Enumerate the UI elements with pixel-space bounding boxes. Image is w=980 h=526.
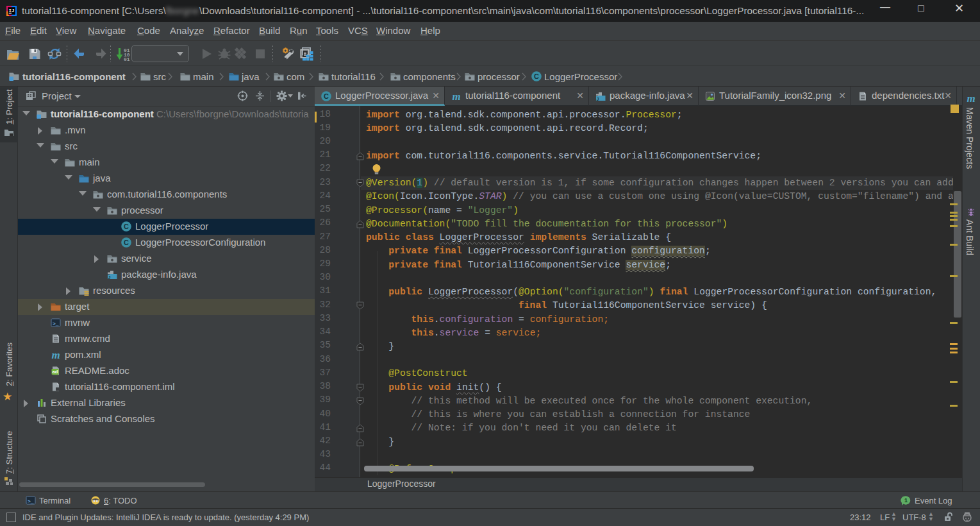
svg-text:J: J	[108, 275, 111, 279]
svg-text:01: 01	[124, 56, 130, 62]
svg-text:C: C	[324, 92, 329, 100]
svg-text:m: m	[51, 350, 60, 360]
svg-text:m: m	[967, 93, 975, 103]
svg-text:C: C	[534, 72, 539, 80]
svg-text:>_: >_	[53, 320, 59, 326]
svg-text:ad: ad	[53, 369, 58, 375]
svg-text:>_: >_	[28, 498, 34, 504]
svg-text:IJ: IJ	[8, 8, 14, 13]
svg-text:C: C	[124, 239, 129, 246]
svg-text:C: C	[124, 223, 129, 230]
svg-text:1: 1	[904, 497, 908, 504]
svg-text:J: J	[597, 97, 599, 101]
svg-text:m: m	[452, 91, 460, 101]
